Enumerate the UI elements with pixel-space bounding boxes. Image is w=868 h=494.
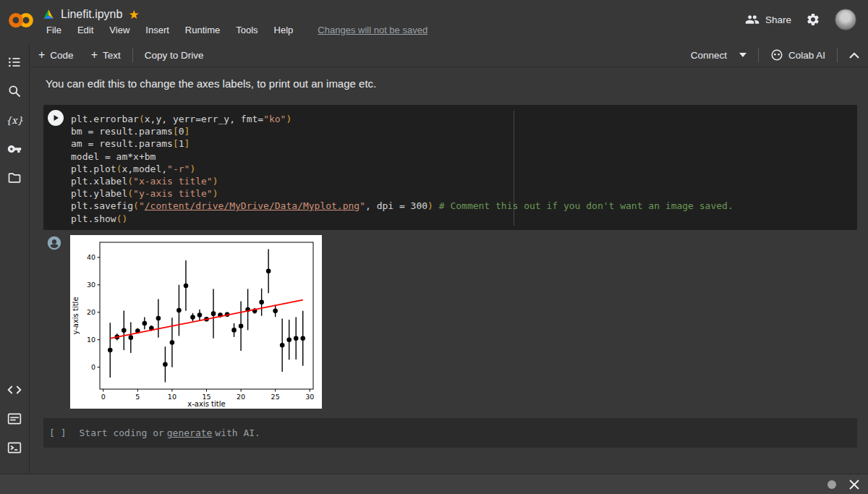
copy-to-drive-button[interactable]: Copy to Drive bbox=[136, 43, 213, 67]
executed-by-user-icon bbox=[46, 235, 62, 251]
menu-help[interactable]: Help bbox=[274, 25, 294, 35]
unsaved-changes-link[interactable]: Changes will not be saved bbox=[318, 25, 427, 35]
svg-text:x-axis title: x-axis title bbox=[187, 400, 225, 408]
svg-text:30: 30 bbox=[305, 393, 314, 401]
collapse-toolbar-button[interactable] bbox=[841, 52, 868, 59]
colab-ai-button[interactable]: Colab AI bbox=[762, 48, 834, 61]
settings-gear-icon[interactable] bbox=[806, 12, 820, 27]
toolbar-divider bbox=[837, 48, 838, 62]
menu-view[interactable]: View bbox=[109, 25, 129, 35]
plus-icon: + bbox=[38, 48, 45, 61]
user-avatar[interactable] bbox=[835, 9, 856, 30]
menu-bar: File Edit View Insert Runtime Tools Help… bbox=[46, 25, 427, 35]
copy-to-drive-label: Copy to Drive bbox=[145, 50, 204, 61]
files-folder-icon[interactable] bbox=[6, 169, 23, 187]
connect-button[interactable]: Connect bbox=[682, 50, 755, 61]
notebook-toolbar: + Code + Text Copy to Drive Connect Cola… bbox=[30, 43, 868, 67]
code-editor[interactable]: plt.errorbar(x,y, yerr=err_y, fmt="ko")b… bbox=[71, 113, 853, 226]
menu-runtime[interactable]: Runtime bbox=[185, 25, 220, 35]
menu-tools[interactable]: Tools bbox=[236, 25, 258, 35]
run-cell-button[interactable] bbox=[48, 110, 64, 126]
add-code-button[interactable]: + Code bbox=[30, 43, 82, 67]
svg-text:5: 5 bbox=[135, 393, 140, 401]
close-icon[interactable] bbox=[849, 480, 859, 490]
share-label: Share bbox=[765, 14, 791, 25]
drive-icon bbox=[42, 8, 55, 21]
add-text-button[interactable]: + Text bbox=[82, 43, 129, 67]
generate-with-ai-link[interactable]: generate bbox=[167, 427, 213, 438]
svg-text:10: 10 bbox=[168, 393, 176, 401]
svg-text:10: 10 bbox=[87, 336, 95, 344]
colab-logo-icon[interactable] bbox=[8, 11, 34, 30]
svg-text:y-axis title: y-axis title bbox=[72, 297, 80, 334]
code-snippets-icon[interactable] bbox=[6, 381, 23, 399]
markdown-cell[interactable]: You can edit this to change the axes lab… bbox=[46, 77, 376, 90]
star-icon[interactable]: ★ bbox=[128, 9, 139, 21]
variables-icon[interactable]: {x} bbox=[6, 111, 23, 129]
toolbar-divider bbox=[132, 48, 133, 62]
code-cell: plt.errorbar(x,y, yerr=err_y, fmt="ko")b… bbox=[43, 105, 857, 230]
status-dot bbox=[827, 480, 836, 489]
chevron-down-icon[interactable] bbox=[739, 53, 746, 57]
terminal-icon[interactable] bbox=[6, 439, 23, 456]
bottom-status-bar bbox=[0, 474, 868, 494]
header: Linefit.ipynb ★ File Edit View Insert Ru… bbox=[0, 0, 868, 43]
share-button[interactable]: Share bbox=[745, 12, 791, 27]
notebook-filename[interactable]: Linefit.ipynb bbox=[61, 8, 122, 21]
command-palette-icon[interactable] bbox=[6, 410, 23, 427]
svg-text:20: 20 bbox=[237, 393, 245, 401]
svg-text:0: 0 bbox=[91, 363, 95, 371]
table-of-contents-icon[interactable] bbox=[6, 54, 23, 71]
placeholder-text-after: with AI. bbox=[215, 427, 260, 438]
menu-insert[interactable]: Insert bbox=[145, 25, 169, 35]
output-plot-image: 051015202530010203040x-axis titley-axis … bbox=[70, 235, 322, 409]
svg-text:0: 0 bbox=[101, 393, 106, 401]
plus-icon: + bbox=[91, 48, 98, 61]
menu-edit[interactable]: Edit bbox=[77, 25, 93, 35]
svg-text:40: 40 bbox=[87, 253, 95, 261]
connect-label: Connect bbox=[691, 50, 727, 61]
add-text-label: Text bbox=[103, 50, 121, 61]
people-icon bbox=[745, 12, 760, 27]
cell-prompt: [ ] bbox=[49, 427, 66, 438]
menu-file[interactable]: File bbox=[46, 25, 61, 35]
svg-text:25: 25 bbox=[271, 393, 280, 401]
search-icon[interactable] bbox=[6, 82, 23, 100]
placeholder-text-before: Start coding or bbox=[79, 427, 163, 438]
svg-text:30: 30 bbox=[87, 281, 95, 289]
colab-ai-icon bbox=[770, 48, 783, 61]
toolbar-divider bbox=[758, 48, 759, 62]
add-code-label: Code bbox=[50, 50, 73, 61]
colab-ai-label: Colab AI bbox=[788, 50, 825, 61]
empty-code-cell[interactable]: [ ] Start coding or generate with AI. bbox=[43, 418, 857, 448]
svg-text:20: 20 bbox=[87, 308, 95, 316]
left-sidebar: {x} bbox=[0, 43, 30, 474]
secrets-key-icon[interactable] bbox=[6, 140, 23, 158]
notebook-content: You can edit this to change the axes lab… bbox=[30, 68, 868, 474]
